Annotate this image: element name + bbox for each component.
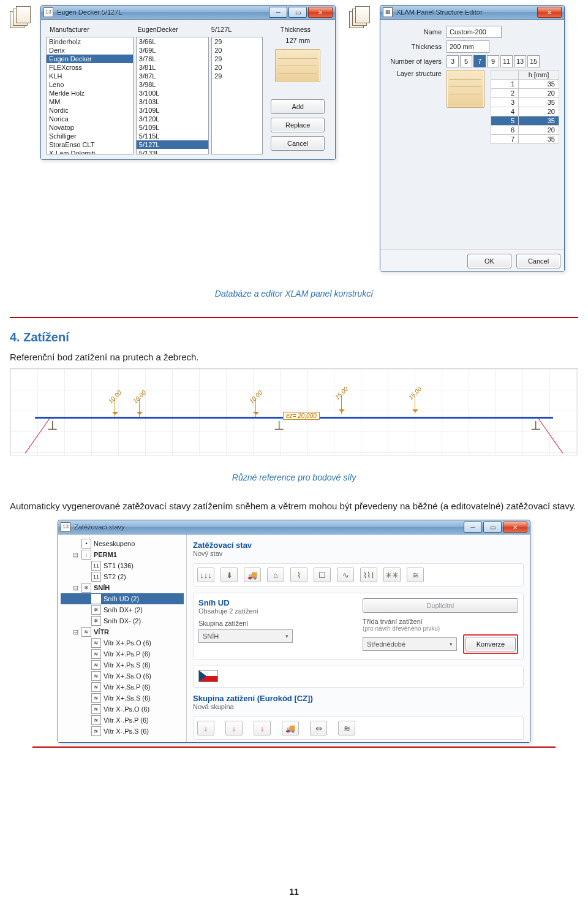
cancel-button[interactable]: Cancel [271, 136, 325, 151]
name-input[interactable]: Custom-200 [447, 26, 502, 38]
thickness-input[interactable]: 200 mm [447, 40, 489, 53]
type-icon[interactable]: ⌂ [267, 568, 284, 582]
layers-segmented[interactable]: 3579111315 [447, 55, 540, 67]
close-button[interactable]: ✕ [308, 7, 333, 18]
segment[interactable]: 9 [487, 55, 499, 67]
type-icon[interactable]: ☐ [314, 568, 331, 582]
titlebar[interactable]: 13 Zatěžovací stavy ─ ▭ ✕ [58, 520, 530, 534]
tree-node[interactable]: ≋Vítr X+.Ps.P (6) [61, 648, 184, 659]
segment[interactable]: 13 [514, 55, 526, 67]
segment[interactable]: 15 [527, 55, 540, 67]
type-icon[interactable]: ⇟ [221, 568, 238, 582]
list-item[interactable]: Leno [47, 80, 133, 89]
table-row[interactable]: 135 [491, 80, 559, 89]
add-button[interactable]: Add [271, 99, 325, 114]
tree-node[interactable]: 11ST1 (136) [61, 560, 184, 571]
list-item[interactable]: Eugen Decker [47, 55, 133, 63]
type-icon[interactable]: ⌇ [290, 568, 307, 582]
group-select[interactable]: SNÍH▾ [198, 629, 293, 643]
segment[interactable]: 3 [447, 55, 459, 67]
type-icon[interactable]: ⌇⌇⌇ [360, 568, 377, 582]
duplicate-button[interactable]: Duplicitní [363, 598, 518, 613]
type-icon[interactable]: 🚚 [282, 721, 299, 735]
replace-button[interactable]: Replace [271, 118, 325, 132]
table-row[interactable]: 220 [491, 89, 559, 98]
list-item[interactable]: 3/100L [137, 89, 208, 97]
ok-button[interactable]: OK [467, 254, 511, 268]
tree-node[interactable]: ≋Vítr X-.Ps.P (6) [61, 715, 184, 726]
type-icon[interactable]: ↓ [225, 721, 243, 735]
minimize-button[interactable]: ─ [464, 522, 482, 533]
maximize-button[interactable]: ▭ [288, 7, 307, 18]
table-row[interactable]: 620 [491, 126, 559, 135]
tree-node[interactable]: ≋Vítr X+.Ss.O (6) [61, 670, 184, 682]
type-icon[interactable]: ✳✳ [383, 568, 401, 582]
list-item[interactable]: Novatop [47, 123, 133, 132]
list-item[interactable]: 3/87L [137, 72, 208, 80]
type-list[interactable]: 3/66L3/69L3/78L3/81L3/87L3/98L3/100L3/10… [136, 37, 209, 154]
segment[interactable]: 7 [473, 55, 486, 67]
group-icon-row[interactable]: ↓↓↓🚚⇔≋ [193, 716, 524, 740]
table-row[interactable]: 735 [491, 135, 559, 144]
tree-node[interactable]: ≋Vítr X+.Ss.P (6) [61, 682, 184, 693]
list-item[interactable]: 5/115L [137, 132, 208, 140]
list-item[interactable]: Nordic [47, 106, 133, 115]
tree-node[interactable]: ≋Vítr X-.Ps.S (6) [61, 726, 184, 737]
type-icon[interactable]: ↓↓↓ [197, 568, 214, 582]
list-item[interactable]: 5/127L [137, 140, 208, 149]
list-item[interactable]: KLH [47, 72, 133, 80]
tree-node[interactable]: ⊟❄SNÍH [61, 582, 184, 593]
list-item[interactable]: Norica [47, 115, 133, 123]
segment[interactable]: 11 [500, 55, 513, 67]
segment[interactable]: 5 [460, 55, 472, 67]
type-icon[interactable]: ∿ [337, 568, 354, 582]
list-item[interactable]: 3/98L [137, 80, 208, 89]
minimize-button[interactable]: ─ [269, 7, 287, 18]
tree-view[interactable]: •Neseskupeno⊟↓PERM111ST1 (136)11ST2 (2)⊟… [58, 534, 187, 742]
list-item[interactable]: 3/103L [137, 97, 208, 106]
list-item[interactable]: 29 [212, 37, 262, 46]
type-icon-row[interactable]: ↓↓↓⇟🚚⌂⌇☐∿⌇⌇⌇✳✳≋ [193, 563, 524, 587]
tree-node[interactable]: ⊟≋VÍTR [61, 626, 184, 637]
list-item[interactable]: 29 [212, 55, 262, 63]
tree-node[interactable]: ❄Sníh UD (2) [61, 593, 184, 604]
tree-node[interactable]: ≋Vítr X+.Ps.S (6) [61, 659, 184, 670]
list-item[interactable]: Binderholz [47, 37, 133, 46]
tree-node[interactable]: ≋Vítr X-.Ps.O (6) [61, 704, 184, 715]
titlebar[interactable]: 13 Eugen Decker 5/127L ─ ▭ ✕ [41, 6, 335, 20]
titlebar[interactable]: ▦ XLAM Panel Structure Editor ✕ [380, 6, 564, 20]
list-item[interactable]: 3/109L [137, 106, 208, 115]
tree-node[interactable]: 11ST2 (2) [61, 571, 184, 582]
table-row[interactable]: 535 [491, 116, 559, 126]
list-item[interactable]: Derix [47, 46, 133, 55]
list-item[interactable]: 3/120L [137, 115, 208, 123]
list-item[interactable]: Schilliger [47, 132, 133, 140]
list-item[interactable]: X-Lam Dolomiti [47, 149, 133, 154]
convert-button[interactable]: Konverze [466, 637, 516, 651]
list-item[interactable]: MM [47, 97, 133, 106]
close-button[interactable]: ✕ [537, 7, 562, 18]
table-row[interactable]: 335 [491, 98, 559, 107]
list-item[interactable]: 3/78L [137, 55, 208, 63]
list-item[interactable]: 5/109L [137, 123, 208, 132]
type-icon[interactable]: 🚚 [244, 568, 261, 582]
list-item[interactable]: Merkle Holz [47, 89, 133, 97]
duration-select[interactable]: Střednědobé▾ [363, 637, 457, 651]
list-item[interactable]: 3/66L [137, 37, 208, 46]
list-item[interactable]: 20 [212, 46, 262, 55]
type-icon[interactable]: ↓ [197, 721, 214, 735]
list-item[interactable]: 20 [212, 63, 262, 72]
type-icon[interactable]: ⇔ [310, 721, 327, 735]
tree-node[interactable]: ❄Sníh DX- (2) [61, 615, 184, 626]
col3-list[interactable]: 2920292029 [211, 37, 263, 154]
type-icon[interactable]: ↓ [254, 721, 271, 735]
cancel-button[interactable]: Cancel [516, 254, 560, 268]
layer-table[interactable]: h [mm] 135220335420535620735 [491, 70, 559, 144]
type-icon[interactable]: ≋ [338, 721, 355, 735]
list-item[interactable]: 29 [212, 72, 262, 80]
tree-node[interactable]: ⊟↓PERM1 [61, 549, 184, 560]
list-item[interactable]: FLEXcross [47, 63, 133, 72]
close-button[interactable]: ✕ [503, 522, 527, 533]
list-item[interactable]: 5/133L [137, 149, 208, 154]
list-item[interactable]: StoraEnso CLT [47, 140, 133, 149]
